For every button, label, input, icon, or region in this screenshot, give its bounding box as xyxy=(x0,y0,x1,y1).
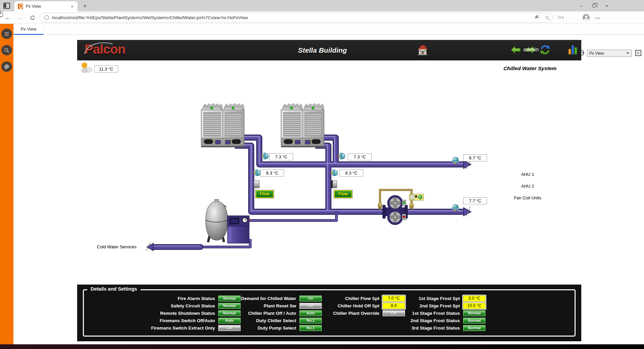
detail-row: 2nd Stge Frost Spt 10.0 °C xyxy=(389,302,486,309)
site-info-icon[interactable]: i xyxy=(44,15,49,20)
chiller1-flow-sensor-icon xyxy=(262,153,269,159)
palcon-logo: Palcon xyxy=(85,42,125,57)
detail-row: Plant Reset Sw Off xyxy=(144,302,322,309)
pump-1-run-led xyxy=(403,202,405,204)
detail-row: 1st Stage Frost Spt 3.0 °C xyxy=(389,295,486,302)
logo-swoosh xyxy=(82,41,122,55)
collections-icon[interactable] xyxy=(0,11,1,17)
window-controls: – × xyxy=(575,0,613,11)
supply-arrow xyxy=(464,160,471,168)
chiller-2 xyxy=(281,103,324,147)
view-selector-dropdown[interactable]: Px View xyxy=(587,50,632,57)
pump-1 xyxy=(388,196,402,210)
detail-value[interactable]: 10.0 °C xyxy=(463,303,486,309)
detail-label: Plant Reset Sw xyxy=(144,303,299,308)
detail-label: 1st Stage Frost Spt xyxy=(389,296,463,301)
details-panel-title: Details and Settings xyxy=(87,286,141,292)
chevron-down-icon xyxy=(627,52,629,54)
chiller2-return-temp: 8.3 °C xyxy=(339,169,363,177)
hamburger-icon xyxy=(4,31,10,37)
logged-in-user[interactable]: admin xyxy=(523,46,539,53)
detail-label: Duty Chiller Select xyxy=(144,318,299,323)
favorites-bar-icon[interactable]: ☆ xyxy=(557,14,564,20)
refresh-button[interactable] xyxy=(28,13,37,22)
tab-actions-icon[interactable] xyxy=(3,3,10,9)
back-button[interactable]: ← xyxy=(3,13,12,22)
browser-tab-strip: Px View × + – × xyxy=(0,0,644,11)
profile-avatar[interactable] xyxy=(583,14,590,21)
nav-back-button[interactable] xyxy=(511,46,522,56)
cold-water-services-label: Cold Water Services xyxy=(97,244,137,249)
outside-air-temp: 11.3 °C xyxy=(94,65,118,72)
pump-2 xyxy=(388,210,402,224)
pump-2-status-panel xyxy=(402,214,406,220)
detail-label: Demand for Chilled Water xyxy=(144,296,299,301)
refresh-icon xyxy=(30,15,35,20)
chiller2-flow-status: Flow xyxy=(334,190,352,198)
hx-app-bar: Px View Px View × xyxy=(0,24,644,35)
forward-button[interactable]: → xyxy=(16,13,25,22)
flow-switch-right xyxy=(331,181,337,188)
page-title: Chilled Water System xyxy=(493,65,567,71)
detail-label: 2nd Stge Frost Spt xyxy=(389,303,463,308)
detail-value[interactable]: 3.0 °C xyxy=(463,295,486,302)
side-nav xyxy=(0,24,13,344)
close-window-button[interactable]: × xyxy=(600,0,613,11)
detail-row: Duty Pump Select No.1 xyxy=(144,324,322,332)
browser-menu-icon[interactable]: … xyxy=(595,14,600,19)
chiller2-flow-sensor-icon xyxy=(338,153,345,159)
chiller-1 xyxy=(201,103,244,147)
chiller1-return-temp: 8.3 °C xyxy=(260,169,284,177)
pressurisation-unit xyxy=(227,216,249,243)
pump-controller xyxy=(409,194,424,200)
tab-title: Px View xyxy=(26,4,70,9)
menu-button[interactable] xyxy=(1,29,12,39)
detail-row: Duty Chiller Select No.1 xyxy=(144,317,322,324)
detail-label: Chiller Hold Off Spt xyxy=(312,303,382,308)
px-view-tab[interactable]: Px View xyxy=(13,24,44,35)
tab-close-icon[interactable]: × xyxy=(70,4,74,9)
search-button[interactable] xyxy=(1,45,12,55)
bms-header: Palcon Stella Building xyxy=(77,40,581,60)
load-label-ahu1: AHU 1 xyxy=(503,172,552,177)
palette-icon xyxy=(4,64,10,70)
detail-label: Duty Pump Select xyxy=(144,326,299,331)
reload-view-button[interactable] xyxy=(540,44,551,55)
restore-button[interactable] xyxy=(588,0,600,11)
detail-row: Chiller Plant Off / Auto Auto xyxy=(144,309,322,317)
read-aloud-icon[interactable]: A xyxy=(535,14,539,19)
return-header-sensor-icon xyxy=(452,205,459,212)
chiller1-return-sensor-icon xyxy=(254,169,261,176)
minimize-button[interactable]: – xyxy=(575,0,588,11)
expansion-vessel xyxy=(206,199,228,243)
makeup-tee xyxy=(334,211,339,215)
detail-label: Chiller Plant Override xyxy=(312,311,382,316)
new-tab-button[interactable]: + xyxy=(80,2,89,10)
app-close-button[interactable]: × xyxy=(635,50,641,56)
chiller1-flow-temp: 7.3 °C xyxy=(269,153,293,160)
detail-label: 1st Stage Frost Status xyxy=(389,311,463,316)
load-label-ahu2: AHU 2 xyxy=(503,184,552,189)
home-button[interactable] xyxy=(417,44,428,55)
bottom-strip xyxy=(0,344,644,349)
restore-icon xyxy=(592,4,596,7)
pump-1-status-panel xyxy=(402,200,406,206)
details-panel: Details and Settings Fire Alarm Status N… xyxy=(77,285,581,341)
load-label-fcu: Fan Coil Units xyxy=(503,195,552,200)
detail-label: Chiller Flow Spt xyxy=(312,296,382,301)
detail-value: Normal xyxy=(463,310,486,316)
theme-button[interactable] xyxy=(1,61,12,72)
view-selector-value: Px View xyxy=(589,51,604,56)
browser-tab[interactable]: Px View × xyxy=(14,1,77,11)
add-favorite-icon[interactable]: ☆ xyxy=(545,14,551,20)
detail-label: 3rd Stage Frost Status xyxy=(389,326,463,331)
detail-value: No.1 xyxy=(299,325,322,331)
address-bar[interactable]: i localhost/ord/file:%5Epx/Stella/PlantS… xyxy=(40,13,553,22)
weather-widget xyxy=(79,62,94,73)
detail-row: Demand for Chilled Water On xyxy=(144,295,322,302)
detail-value: Normal xyxy=(463,317,486,324)
building-title: Stella Building xyxy=(298,46,347,54)
details-column-4: 1st Stage Frost Spt 3.0 °C 2nd Stge Fros… xyxy=(389,295,486,332)
return-header-temp: 7.7 °C xyxy=(463,197,487,204)
supply-header-temp: 6.7 °C xyxy=(463,154,487,161)
